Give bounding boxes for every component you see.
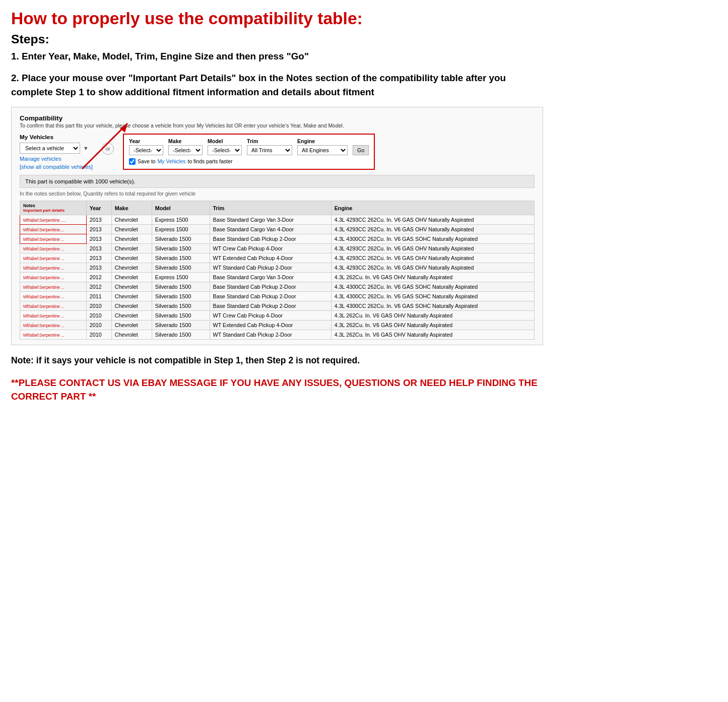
dropdown-arrow-icon: ▼ [83, 145, 89, 151]
notes-value: Mfrlabel:Serpentine ... [23, 266, 64, 271]
steps-title: Steps: [11, 32, 543, 46]
cell-trim: Base Standard Cab Pickup 2-Door [210, 292, 331, 301]
trim-select[interactable]: All Trims [247, 145, 292, 155]
notes-value: Mfrlabel:Serpentine ... [23, 323, 64, 328]
cell-engine: 4.3L 4293CC 262Cu. In. V6 GAS OHV Natura… [331, 215, 534, 225]
cell-make: Chevrolet [111, 282, 152, 292]
cell-make: Chevrolet [111, 225, 152, 234]
cell-year: 2013 [86, 225, 111, 234]
cell-engine: 4.3L 4293CC 262Cu. In. V6 GAS OHV Natura… [331, 253, 534, 263]
save-suffix: to finds parts faster [187, 159, 232, 164]
cell-model: Silverado 1500 [152, 263, 210, 273]
col-year: Year [86, 201, 111, 215]
go-button[interactable]: Go [353, 145, 369, 155]
cell-trim: Base Standard Cab Pickup 2-Door [210, 234, 331, 244]
save-checkbox[interactable] [129, 158, 136, 165]
cell-model: Silverado 1500 [152, 253, 210, 263]
cell-notes: Mfrlabel:Serpentine ... [20, 311, 87, 321]
col-engine: Engine [331, 201, 534, 215]
compat-table: Notes Important part details Year Make M… [20, 201, 535, 340]
cell-trim: Base Standard Cargo Van 3-Door [210, 273, 331, 282]
cell-year: 2012 [86, 273, 111, 282]
cell-engine: 4.3L 4293CC 262Cu. In. V6 GAS OHV Natura… [331, 263, 534, 273]
cell-engine: 4.3L 4300CC 262Cu. In. V6 GAS SOHC Natur… [331, 292, 534, 301]
or-divider: or [102, 143, 114, 155]
cell-model: Silverado 1500 [152, 282, 210, 292]
notes-value: Mfrlabel:Serpentine ... [23, 285, 64, 290]
make-label: Make [168, 139, 203, 144]
table-row: Mfrlabel:Serpentine ... 2012 Chevrolet S… [20, 282, 535, 292]
cell-trim: WT Crew Cab Pickup 4-Door [210, 311, 331, 321]
cell-make: Chevrolet [111, 330, 152, 340]
cell-year: 2010 [86, 321, 111, 330]
cell-notes: Mfrlabel:Serpentine ... [20, 282, 87, 292]
cell-year: 2012 [86, 282, 111, 292]
cell-make: Chevrolet [111, 301, 152, 311]
show-all-link[interactable]: [show all compatible vehicles] [20, 164, 93, 170]
cell-notes: Mfrlabel:Serpentine ... [20, 330, 87, 340]
notes-value: Mfrlabel:Serpentine ... [23, 294, 64, 299]
contact-text: **PLEASE CONTACT US VIA EBAY MESSAGE IF … [11, 376, 543, 404]
model-select[interactable]: -Select- [208, 145, 242, 155]
cell-engine: 4.3L 4300CC 262Cu. In. V6 GAS SOHC Natur… [331, 234, 534, 244]
model-label: Model [208, 139, 242, 144]
cell-trim: Base Standard Cargo Van 4-Door [210, 225, 331, 234]
important-part-details-label: Important part details [23, 208, 83, 213]
cell-engine: 4.3L 262Cu. In. V6 GAS OHV Naturally Asp… [331, 321, 534, 330]
manage-vehicles-link[interactable]: Manage vehicles [20, 156, 93, 162]
cell-model: Silverado 1500 [152, 244, 210, 253]
year-select[interactable]: -Select- [129, 145, 163, 155]
vehicle-select[interactable]: Select a vehicle [20, 143, 80, 154]
cell-trim: WT Standard Cab Pickup 2-Door [210, 263, 331, 273]
my-vehicles-save-link[interactable]: My Vehicles [158, 159, 186, 164]
cell-notes: Mfrlabel:Serpentine ... [20, 321, 87, 330]
cell-notes: Mfrlabel:Serpentine ... [20, 273, 87, 282]
cell-trim: WT Crew Cab Pickup 4-Door [210, 244, 331, 253]
cell-model: Silverado 1500 [152, 330, 210, 340]
cell-make: Chevrolet [111, 253, 152, 263]
cell-trim: WT Standard Cab Pickup 2-Door [210, 330, 331, 340]
cell-engine: 4.3L 4293CC 262Cu. In. V6 GAS OHV Natura… [331, 225, 534, 234]
step1-text: 1. Enter Year, Make, Model, Trim, Engine… [11, 49, 543, 63]
year-col: Year -Select- [129, 139, 163, 155]
cell-engine: 4.3L 4293CC 262Cu. In. V6 GAS OHV Natura… [331, 244, 534, 253]
compat-info-bar: This part is compatible with 1000 vehicl… [20, 175, 535, 188]
table-row: Mfrlabel:Serpentine.... 2013 Chevrolet E… [20, 225, 535, 234]
table-row: Mfrlabel:Serpentine ... 2013 Chevrolet S… [20, 263, 535, 273]
table-row: Mfrlabel:Serpentine ... 2010 Chevrolet S… [20, 321, 535, 330]
year-label: Year [129, 139, 163, 144]
notes-value: Mfrlabel:Serpentine ... [23, 275, 64, 280]
trim-label: Trim [247, 139, 292, 144]
cell-make: Chevrolet [111, 273, 152, 282]
step2-text: 2. Place your mouse over "Important Part… [11, 71, 543, 99]
cell-trim: Base Standard Cargo Van 3-Door [210, 215, 331, 225]
cell-model: Silverado 1500 [152, 311, 210, 321]
table-row: Mfrlabel:Serpentine ... 2011 Chevrolet S… [20, 292, 535, 301]
cell-make: Chevrolet [111, 215, 152, 225]
notes-value: Mfrlabel:Serpentine ... [23, 313, 64, 318]
cell-year: 2013 [86, 253, 111, 263]
col-notes: Notes Important part details [20, 201, 87, 215]
table-row: Mfrlabel:Serpentine ... 2010 Chevrolet S… [20, 301, 535, 311]
cell-engine: 4.3L 262Cu. In. V6 GAS OHV Naturally Asp… [331, 311, 534, 321]
table-row: Mfrlabel:Serpentine ... 2010 Chevrolet S… [20, 311, 535, 321]
cell-year: 2010 [86, 311, 111, 321]
cell-notes: Mfrlabel:Serpentine ... [20, 234, 87, 244]
cell-engine: 4.3L 262Cu. In. V6 GAS OHV Naturally Asp… [331, 273, 534, 282]
note-text: Note: if it says your vehicle is not com… [11, 354, 543, 367]
table-row: Mfrlabel:Serpentine ... 2013 Chevrolet S… [20, 244, 535, 253]
cell-make: Chevrolet [111, 292, 152, 301]
make-col: Make -Select- [168, 139, 203, 155]
quantity-note: In the notes section below, Quantity ref… [20, 191, 535, 197]
table-row: Mfrlabel:Serpentine ... 2010 Chevrolet S… [20, 330, 535, 340]
engine-select[interactable]: All Engines [297, 145, 348, 155]
cell-make: Chevrolet [111, 311, 152, 321]
cell-notes: Mfrlabel:Serpentine ... [20, 263, 87, 273]
cell-trim: WT Extended Cab Pickup 4-Door [210, 253, 331, 263]
engine-col: Engine All Engines [297, 139, 348, 155]
save-label: Save to [138, 159, 156, 164]
table-row: Mfrlabel:Serpentine .... 2013 Chevrolet … [20, 215, 535, 225]
notes-value: Mfrlabel:Serpentine .... [23, 218, 65, 223]
cell-notes: Mfrlabel:Serpentine.... [20, 225, 87, 234]
make-select[interactable]: -Select- [168, 145, 203, 155]
